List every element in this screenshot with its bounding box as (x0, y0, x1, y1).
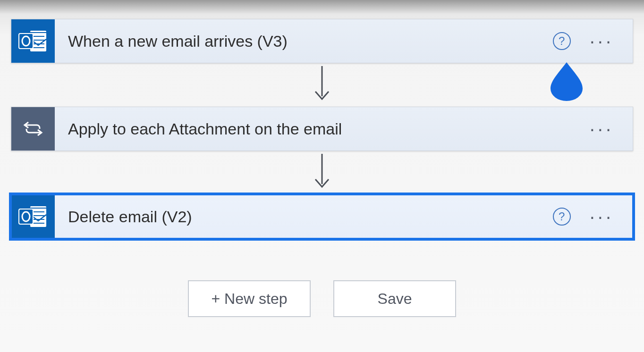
loop-icon (11, 107, 55, 151)
outlook-icon (11, 19, 55, 63)
more-menu-icon[interactable]: ··· (590, 32, 633, 50)
help-icon[interactable]: ? (553, 208, 571, 226)
step-title: Apply to each Attachment on the email (55, 120, 590, 138)
flow-canvas: When a new email arrives (V3) ? ··· Appl… (0, 0, 644, 317)
new-step-button[interactable]: + New step (188, 280, 311, 317)
outlook-icon (11, 195, 55, 238)
footer-actions: + New step Save (188, 280, 456, 317)
help-icon[interactable]: ? (553, 32, 571, 50)
more-menu-icon[interactable]: ··· (590, 207, 633, 226)
drop-indicator-icon (549, 61, 585, 101)
save-button[interactable]: Save (333, 280, 456, 317)
step-title: Delete email (V2) (55, 208, 553, 226)
step-apply-to-each[interactable]: Apply to each Attachment on the email ··… (11, 107, 633, 151)
flow-arrow (313, 151, 331, 194)
flow-arrow (313, 63, 331, 107)
step-title: When a new email arrives (V3) (55, 32, 553, 50)
more-menu-icon[interactable]: ··· (590, 119, 633, 138)
step-trigger-new-email[interactable]: When a new email arrives (V3) ? ··· (11, 19, 633, 63)
step-delete-email[interactable]: Delete email (V2) ? ··· (11, 194, 633, 239)
